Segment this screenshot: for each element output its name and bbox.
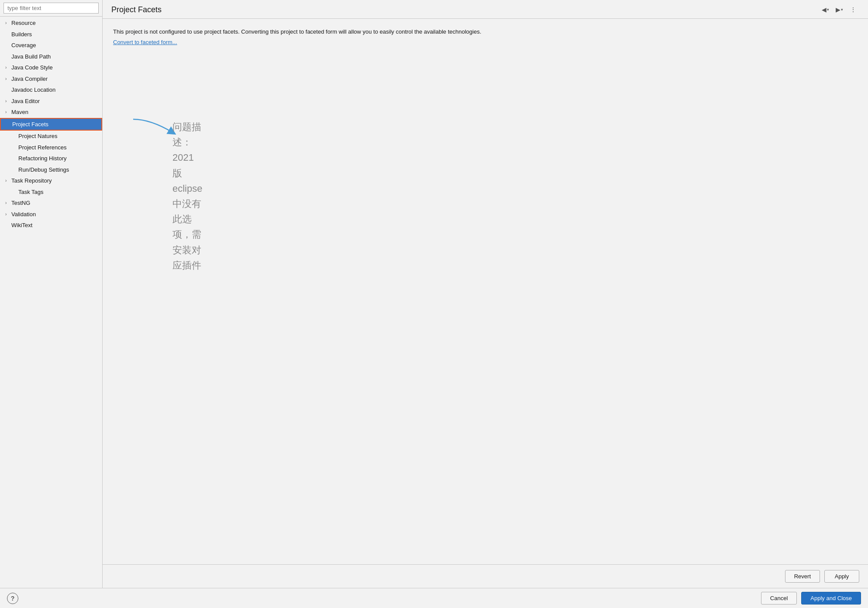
filter-wrap [0,0,102,17]
apply-button[interactable]: Apply [824,570,859,583]
sidebar-item-java-editor[interactable]: ›Java Editor [0,96,102,107]
content-area: This project is not configured to use pr… [103,19,868,564]
sidebar-item-label: Java Code Style [11,63,99,72]
sidebar-item-label: Refactoring History [18,154,99,163]
sidebar: ›ResourceBuildersCoverageJava Build Path… [0,0,103,588]
sidebar-item-label: Java Build Path [11,52,99,61]
sidebar-item-label: Project References [18,143,99,152]
sidebar-item-label: WikiText [11,221,99,230]
sidebar-item-task-repository[interactable]: ›Task Repository [0,175,102,187]
revert-button[interactable]: Revert [785,570,820,583]
help-button[interactable]: ? [7,593,18,604]
sidebar-item-task-tags[interactable]: Task Tags [0,187,102,198]
bottom-bar: Revert Apply [103,564,868,588]
sidebar-item-label: Builders [11,30,99,39]
sidebar-item-label: Resource [11,19,99,28]
annotation-line1: 问题描述： [172,119,202,150]
sidebar-item-validation[interactable]: ›Validation [0,209,102,220]
sidebar-item-java-build-path[interactable]: Java Build Path [0,51,102,62]
main-header: Project Facets ◀ ▾ ▶ ▾ ⋮ [103,0,868,19]
sidebar-item-label: Task Tags [18,188,99,197]
chevron-icon: › [5,211,11,218]
dialog-container: ›ResourceBuildersCoverageJava Build Path… [0,0,868,608]
header-icons: ◀ ▾ ▶ ▾ ⋮ [819,4,859,15]
sidebar-item-javadoc-location[interactable]: Javadoc Location [0,84,102,96]
chevron-icon: › [5,98,11,104]
sidebar-item-label: Java Compiler [11,75,99,83]
sidebar-item-testng[interactable]: ›TestNG [0,197,102,209]
chevron-icon: › [5,200,11,206]
sidebar-item-project-natures[interactable]: Project Natures [0,131,102,142]
convert-link[interactable]: Convert to faceted form... [113,39,177,45]
annotation-line2: 2021版 eclipse 中没有此选项，需安装对应插件 [172,150,202,273]
dialog-body: ›ResourceBuildersCoverageJava Build Path… [0,0,868,588]
sidebar-item-label: Java Editor [11,97,99,106]
sidebar-item-label: Project Natures [18,132,99,141]
annotation-container: 问题描述： 2021版 eclipse 中没有此选项，需安装对应插件 [129,115,181,142]
sidebar-item-resource[interactable]: ›Resource [0,17,102,29]
back-dropdown-icon: ▾ [827,7,829,12]
sidebar-item-maven[interactable]: ›Maven [0,107,102,118]
chevron-icon: › [5,76,11,82]
forward-button[interactable]: ▶ ▾ [833,4,845,15]
sidebar-item-project-references[interactable]: Project References [0,142,102,153]
sidebar-item-label: Run/Debug Settings [18,166,99,174]
chevron-icon: › [5,177,11,184]
footer: ? Cancel Apply and Close [0,588,868,608]
sidebar-tree: ›ResourceBuildersCoverageJava Build Path… [0,17,102,588]
sidebar-item-run-debug-settings[interactable]: Run/Debug Settings [0,164,102,176]
page-title: Project Facets [111,5,162,14]
sidebar-item-label: Javadoc Location [11,86,99,94]
forward-icon: ▶ [836,6,840,13]
cancel-button[interactable]: Cancel [761,592,797,605]
sidebar-item-coverage[interactable]: Coverage [0,40,102,51]
info-text: This project is not configured to use pr… [113,28,550,36]
help-icon: ? [11,595,15,602]
forward-dropdown-icon: ▾ [841,7,843,12]
chevron-icon: › [5,109,11,115]
sidebar-item-label: Coverage [11,41,99,50]
main-content: Project Facets ◀ ▾ ▶ ▾ ⋮ This pro [103,0,868,588]
sidebar-item-project-facets[interactable]: Project Facets [0,118,102,131]
chevron-icon: › [5,64,11,71]
back-button[interactable]: ◀ ▾ [819,4,831,15]
sidebar-item-label: Project Facets [12,120,98,129]
footer-buttons: Cancel Apply and Close [761,592,861,605]
sidebar-item-label: Maven [11,108,99,117]
sidebar-item-builders[interactable]: Builders [0,29,102,40]
menu-icon: ⋮ [850,6,856,13]
sidebar-item-java-code-style[interactable]: ›Java Code Style [0,62,102,73]
sidebar-item-label: Validation [11,210,99,219]
sidebar-item-label: Task Repository [11,176,99,185]
filter-input[interactable] [3,3,99,14]
sidebar-item-label: TestNG [11,199,99,207]
sidebar-item-java-compiler[interactable]: ›Java Compiler [0,73,102,85]
menu-button[interactable]: ⋮ [847,4,859,15]
apply-close-button[interactable]: Apply and Close [801,592,861,605]
annotation-text: 问题描述： 2021版 eclipse 中没有此选项，需安装对应插件 [172,119,202,273]
chevron-icon: › [5,20,11,26]
back-icon: ◀ [822,6,827,13]
sidebar-item-wikitext[interactable]: WikiText [0,220,102,231]
sidebar-item-refactoring-history[interactable]: Refactoring History [0,153,102,164]
